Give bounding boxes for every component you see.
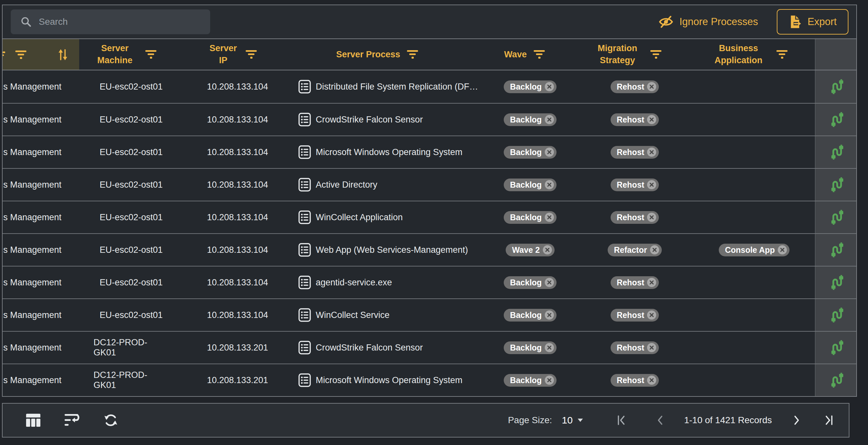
filter-icon[interactable] bbox=[533, 50, 545, 59]
connections-icon[interactable] bbox=[829, 145, 843, 160]
server-process-name: Microsoft Windows Operating System bbox=[316, 147, 462, 157]
table-row[interactable]: s ManagementEU-esc02-ost0110.208.133.104… bbox=[3, 266, 856, 298]
table-row[interactable]: s ManagementEU-esc02-ost0110.208.133.104… bbox=[3, 135, 856, 168]
actions-cell[interactable] bbox=[815, 201, 856, 233]
page-size-dropdown[interactable] bbox=[577, 418, 583, 422]
remove-tag-icon[interactable] bbox=[647, 213, 656, 222]
remove-tag-icon[interactable] bbox=[647, 278, 656, 287]
table-row[interactable]: s ManagementEU-esc02-ost0110.208.133.104… bbox=[3, 70, 856, 103]
remove-tag-icon[interactable] bbox=[647, 115, 656, 124]
actions-cell[interactable] bbox=[815, 104, 856, 135]
business-function-cell: s Management bbox=[3, 70, 79, 103]
actions-cell[interactable] bbox=[815, 266, 856, 298]
table-row[interactable]: s ManagementEU-esc02-ost0110.208.133.104… bbox=[3, 298, 856, 331]
actions-cell[interactable] bbox=[815, 70, 856, 103]
header-cell-pinned[interactable] bbox=[3, 39, 79, 70]
remove-tag-icon[interactable] bbox=[545, 278, 554, 287]
filter-icon[interactable] bbox=[245, 50, 257, 59]
tag-chip: Backlog bbox=[504, 179, 556, 191]
first-page-button[interactable] bbox=[617, 415, 626, 425]
process-icon bbox=[299, 178, 311, 192]
filter-icon[interactable] bbox=[15, 50, 27, 59]
table-header: Server Machine Server IP Server Process … bbox=[3, 39, 856, 70]
tag-label: Backlog bbox=[510, 180, 541, 190]
migration-strategy-cell: Rehost bbox=[573, 331, 680, 363]
table-row[interactable]: s ManagementDC12-PROD-GK0110.208.133.201… bbox=[3, 363, 856, 396]
remove-tag-icon[interactable] bbox=[545, 311, 554, 320]
remove-tag-icon[interactable] bbox=[545, 343, 554, 352]
remove-tag-icon[interactable] bbox=[545, 180, 554, 189]
business-function-cell: s Management bbox=[3, 136, 79, 168]
remove-tag-icon[interactable] bbox=[650, 245, 659, 254]
remove-tag-icon[interactable] bbox=[647, 82, 656, 91]
actions-cell[interactable] bbox=[815, 169, 856, 201]
wave-cell: Backlog bbox=[498, 266, 573, 298]
tag-chip: Rehost bbox=[611, 276, 659, 289]
text-wrap-button[interactable] bbox=[64, 414, 80, 426]
business-application-cell bbox=[680, 70, 815, 103]
tag-chip: Backlog bbox=[504, 146, 556, 159]
header-cell-wave[interactable]: Wave bbox=[498, 39, 573, 70]
remove-tag-icon[interactable] bbox=[545, 376, 554, 385]
header-cell-server-ip[interactable]: Server IP bbox=[169, 39, 276, 70]
toolbar: Ignore Processes Export bbox=[3, 5, 856, 39]
export-button[interactable]: Export bbox=[777, 9, 848, 35]
sort-icon[interactable] bbox=[57, 48, 68, 62]
actions-cell[interactable] bbox=[815, 299, 856, 331]
remove-tag-icon[interactable] bbox=[545, 148, 554, 157]
remove-tag-icon[interactable] bbox=[647, 376, 656, 385]
connections-icon[interactable] bbox=[829, 210, 843, 225]
header-cell-migration-strategy[interactable]: Migration Strategy bbox=[573, 39, 680, 70]
header-cell-server-process[interactable]: Server Process bbox=[276, 39, 498, 70]
filter-icon[interactable] bbox=[145, 50, 157, 59]
connections-icon[interactable] bbox=[829, 79, 843, 94]
previous-page-button[interactable] bbox=[657, 415, 663, 425]
table-row[interactable]: s ManagementEU-esc02-ost0110.208.133.104… bbox=[3, 201, 856, 233]
actions-cell[interactable] bbox=[815, 364, 856, 396]
next-page-button[interactable] bbox=[794, 415, 800, 425]
table-row[interactable]: s ManagementDC12-PROD-GK0110.208.133.201… bbox=[3, 331, 856, 363]
filter-icon[interactable] bbox=[650, 50, 662, 59]
search-box[interactable] bbox=[11, 9, 210, 34]
remove-tag-icon[interactable] bbox=[778, 245, 787, 254]
tag-label: Rehost bbox=[617, 148, 645, 157]
connections-icon[interactable] bbox=[829, 340, 843, 355]
server-ip-cell: 10.208.133.104 bbox=[169, 234, 276, 266]
table-row[interactable]: s ManagementEU-esc02-ost0110.208.133.104… bbox=[3, 168, 856, 201]
remove-tag-icon[interactable] bbox=[543, 245, 552, 254]
connections-icon[interactable] bbox=[829, 112, 843, 127]
remove-tag-icon[interactable] bbox=[545, 82, 554, 91]
last-page-button[interactable] bbox=[825, 415, 833, 425]
remove-tag-icon[interactable] bbox=[545, 115, 554, 124]
tag-chip: Backlog bbox=[504, 211, 556, 224]
search-input[interactable] bbox=[32, 9, 210, 34]
actions-cell[interactable] bbox=[815, 331, 856, 363]
remove-tag-icon[interactable] bbox=[647, 343, 656, 352]
connections-icon[interactable] bbox=[829, 275, 843, 290]
column-settings-button[interactable] bbox=[26, 414, 40, 427]
ignore-processes-button[interactable]: Ignore Processes bbox=[658, 15, 758, 28]
page-size-value[interactable]: 10 bbox=[562, 415, 572, 426]
table-row[interactable]: s ManagementEU-esc02-ost0110.208.133.104… bbox=[3, 103, 856, 135]
header-cell-business-application[interactable]: Business Application bbox=[680, 39, 815, 70]
remove-tag-icon[interactable] bbox=[647, 180, 656, 189]
refresh-button[interactable] bbox=[103, 413, 118, 427]
remove-tag-icon[interactable] bbox=[545, 213, 554, 222]
server-process-cell: Microsoft Windows Operating System bbox=[276, 136, 498, 168]
connections-icon[interactable] bbox=[829, 177, 843, 192]
actions-cell[interactable] bbox=[815, 136, 856, 168]
server-process-cell: CrowdStrike Falcon Sensor bbox=[276, 331, 498, 363]
table-row[interactable]: s ManagementEU-esc02-ost0110.208.133.104… bbox=[3, 233, 856, 266]
actions-cell[interactable] bbox=[815, 234, 856, 266]
filter-icon[interactable] bbox=[407, 50, 418, 59]
remove-tag-icon[interactable] bbox=[647, 148, 656, 157]
wave-cell: Backlog bbox=[498, 331, 573, 363]
remove-tag-icon[interactable] bbox=[647, 311, 656, 320]
server-process-cell: WinCollect Application bbox=[276, 201, 498, 233]
connections-icon[interactable] bbox=[829, 373, 843, 388]
connections-icon[interactable] bbox=[829, 242, 843, 257]
server-ip-cell: 10.208.133.104 bbox=[169, 104, 276, 135]
header-cell-server-machine[interactable]: Server Machine bbox=[79, 39, 169, 70]
filter-icon[interactable] bbox=[776, 50, 788, 59]
connections-icon[interactable] bbox=[829, 308, 843, 322]
